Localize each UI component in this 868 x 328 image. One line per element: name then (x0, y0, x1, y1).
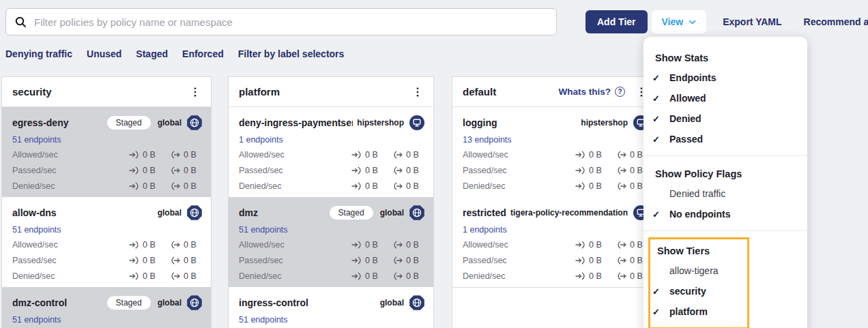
policy-card[interactable]: dmz-control Staged global 51 endpoints A… (2, 287, 211, 328)
ingress-value: 0 B (143, 166, 156, 175)
endpoints-link[interactable]: 51 endpoints (239, 314, 288, 325)
menu-item-endpoints[interactable]: ✓ Endpoints (643, 68, 807, 88)
whats-this-label: Whats this? (559, 87, 611, 97)
egress-icon (616, 151, 626, 159)
endpoints-link[interactable]: 1 endpoints (463, 224, 507, 235)
policy-name: allow-dns (12, 207, 154, 218)
ingress-icon (575, 241, 585, 249)
add-tier-button[interactable]: Add Tier (585, 10, 648, 33)
stat-row: Denied/sec 0 B 0 B (239, 178, 425, 194)
filter-enforced[interactable]: Enforced (182, 48, 224, 59)
ingress-icon (351, 241, 362, 249)
stat-row: Allowed/sec 0 B 0 B (239, 147, 425, 162)
ingress-value: 0 B (143, 256, 156, 265)
ingress-stat: 0 B (351, 150, 387, 160)
card-title-row: dmz Staged global (239, 204, 425, 221)
filter-unused[interactable]: Unused (87, 48, 121, 59)
egress-value: 0 B (630, 150, 643, 160)
ingress-icon (575, 182, 585, 190)
filter-label-selectors[interactable]: Filter by label selectors (238, 48, 345, 59)
endpoints-link[interactable]: 51 endpoints (12, 134, 61, 145)
stat-row: Allowed/sec 0 B 0 B (12, 147, 203, 162)
view-dropdown-menu: Show Stats ✓ Endpoints ✓ Allowed ✓ Denie… (643, 37, 807, 328)
filter-denying-traffic[interactable]: Denying traffic (5, 48, 72, 59)
card-title-row: dmz-control Staged global (12, 294, 203, 311)
egress-icon (170, 151, 180, 159)
recommend-policy-button[interactable]: Recommend a Policy (804, 16, 868, 27)
egress-value: 0 B (184, 240, 197, 250)
stat-label: Denied/sec (12, 181, 129, 191)
egress-stat: 0 B (170, 150, 203, 160)
stat-row: Allowed/sec 0 B 0 B (463, 147, 649, 162)
egress-icon (170, 241, 180, 249)
egress-icon (616, 182, 626, 190)
menu-item-allow-tigera[interactable]: allow-tigera (650, 260, 747, 281)
policy-card[interactable]: dmz Staged global 51 endpoints Allowed/s… (229, 197, 433, 287)
menu-item-denied[interactable]: ✓ Denied (643, 108, 807, 129)
ingress-icon (129, 182, 139, 190)
policy-card[interactable]: egress-deny Staged global 51 endpoints A… (2, 107, 211, 197)
egress-value: 0 B (630, 240, 643, 250)
stat-label: Allowed/sec (12, 240, 129, 250)
egress-value: 0 B (406, 150, 419, 160)
stat-row: Denied/sec 0 B 0 B (12, 268, 203, 284)
policy-card[interactable]: restricted tigera-policy-recommendation … (452, 197, 657, 287)
endpoints-link[interactable]: 13 endpoints (463, 134, 512, 145)
stat-label: Passed/sec (239, 256, 351, 265)
menu-item-no-endpoints[interactable]: ✓ No endpoints (643, 204, 807, 224)
policy-filter-searchbox[interactable] (5, 8, 557, 35)
policy-scope: global (158, 118, 182, 128)
endpoints-link[interactable]: 51 endpoints (12, 224, 61, 235)
menu-item-passed[interactable]: ✓ Passed (643, 129, 807, 149)
ingress-stat: 0 B (129, 256, 164, 265)
menu-item-label: Denied traffic (669, 188, 725, 199)
kebab-menu-icon[interactable]: ⋮ (412, 87, 423, 98)
policy-scope: global (158, 298, 182, 308)
card-title-row: ingress-control global (239, 294, 425, 311)
egress-stat: 0 B (392, 181, 425, 191)
egress-value: 0 B (184, 166, 197, 175)
kebab-menu-icon[interactable]: ⋮ (190, 87, 201, 98)
egress-stat: 0 B (170, 240, 203, 250)
policy-card[interactable]: logging hipstershop 13 endpoints Allowed… (452, 107, 657, 197)
endpoints-link[interactable]: 1 endpoints (239, 134, 283, 145)
menu-item-label: Denied (669, 113, 701, 124)
ingress-value: 0 B (143, 271, 156, 281)
search-input[interactable] (33, 16, 547, 29)
egress-value: 0 B (406, 166, 419, 175)
menu-item-denied-traffic[interactable]: Denied traffic (643, 183, 807, 204)
egress-value: 0 B (630, 181, 643, 191)
egress-stat: 0 B (392, 166, 425, 175)
view-button[interactable]: View (652, 10, 707, 33)
stat-row: Passed/sec 0 B 0 B (12, 162, 203, 178)
ingress-value: 0 B (365, 256, 378, 265)
policy-name: dmz (239, 207, 326, 218)
menu-item-label: platform (669, 306, 708, 317)
global-network-icon (186, 115, 203, 131)
tier-name: platform (239, 86, 412, 98)
ingress-value: 0 B (589, 240, 602, 250)
stat-label: Allowed/sec (239, 240, 351, 250)
menu-item-security[interactable]: ✓ security (650, 281, 747, 301)
menu-item-platform[interactable]: ✓ platform (650, 301, 747, 322)
ingress-value: 0 B (143, 150, 156, 160)
endpoints-link[interactable]: 51 endpoints (12, 314, 61, 325)
tier-column-platform: platform ⋮ deny-ingress-paymentservi… hi… (228, 76, 434, 328)
policy-name: egress-deny (12, 117, 103, 128)
menu-item-label: Passed (669, 134, 703, 145)
menu-item-allowed[interactable]: ✓ Allowed (643, 88, 807, 108)
ingress-icon (575, 151, 585, 159)
endpoints-link[interactable]: 51 endpoints (239, 224, 288, 235)
policy-card[interactable]: ingress-control global 51 endpoints Allo… (229, 287, 433, 328)
menu-section-title: Show Tiers (650, 241, 747, 260)
whats-this-link[interactable]: Whats this? ? (559, 87, 626, 97)
check-icon: ✓ (652, 286, 663, 297)
filter-staged[interactable]: Staged (136, 48, 168, 59)
policy-card[interactable]: deny-ingress-paymentservi… hipstershop 1… (229, 107, 433, 197)
chevron-down-icon (689, 20, 696, 25)
policy-card[interactable]: allow-dns global 51 endpoints Allowed/se… (2, 197, 211, 287)
export-yaml-button[interactable]: Export YAML (723, 16, 781, 27)
global-network-icon (186, 205, 203, 221)
egress-icon (392, 241, 403, 249)
egress-value: 0 B (184, 256, 197, 265)
